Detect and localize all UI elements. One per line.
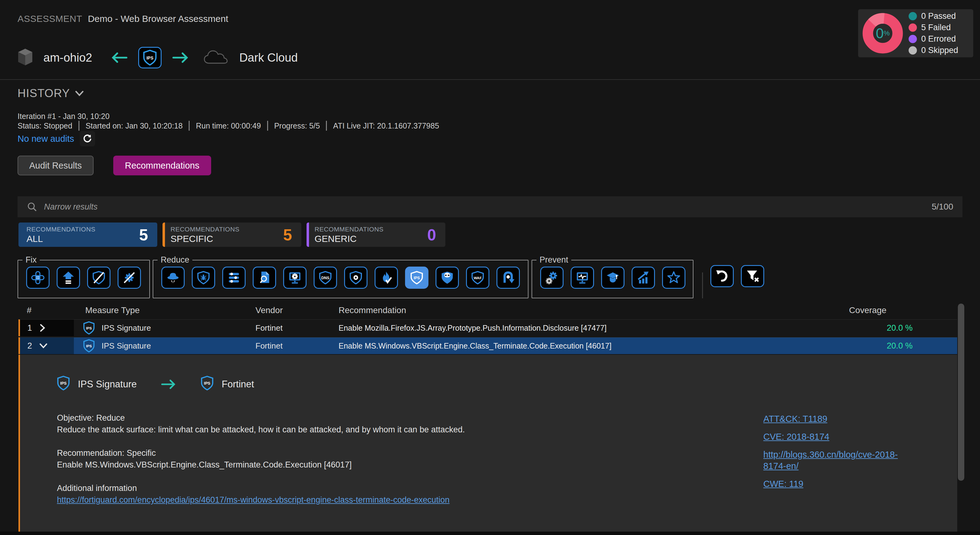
settings-sliders-filter-tile[interactable]	[222, 267, 246, 289]
search-bar[interactable]: 5/100	[18, 196, 963, 217]
bug-shield-filter-tile[interactable]	[192, 267, 215, 289]
reference-link[interactable]: CWE: 119	[763, 478, 902, 490]
bottom-strip	[0, 532, 980, 535]
svg-text:IPS: IPS	[60, 381, 67, 385]
education-icon	[606, 271, 620, 285]
started-on-value: Started on: Jan 30, 10:20:18	[86, 121, 183, 130]
gears-filter-tile[interactable]	[540, 267, 563, 289]
row-expander[interactable]: 2	[20, 337, 74, 354]
detail-header: IPS IPS Signature IPS Fortinet	[57, 376, 957, 393]
redirect-arrow-filter-tile[interactable]	[496, 267, 520, 289]
undo-icon	[715, 269, 729, 283]
spy-shield-filter-tile[interactable]	[436, 267, 459, 289]
scrollbar-thumb[interactable]	[958, 303, 964, 481]
ips-measure-badge[interactable]: IPS	[138, 47, 162, 69]
coverage-cell: 20.0 %	[800, 341, 957, 351]
column-coverage: Coverage	[800, 305, 957, 315]
server-cube-icon	[18, 48, 33, 67]
target-node-name: Dark Cloud	[239, 51, 298, 64]
audit-results-button[interactable]: Audit Results	[18, 156, 94, 176]
svg-text:WAF: WAF	[474, 276, 482, 280]
education-filter-tile[interactable]	[601, 267, 625, 289]
results-count: 5/100	[932, 202, 953, 212]
upgrade-filter-tile[interactable]	[57, 267, 80, 289]
column-recommendation: Recommendation	[337, 305, 800, 315]
recommendations-button[interactable]: Recommendations	[113, 156, 211, 176]
assessment-label: ASSESSMENT	[18, 14, 82, 24]
chevron-right-icon	[40, 324, 46, 332]
table-row[interactable]: 2IPSIPS SignatureFortinetEnable MS.Windo…	[19, 337, 957, 354]
legend-label: 0 Skipped	[921, 46, 958, 55]
assessment-page: ASSESSMENT Demo - Web Browser Assessment…	[0, 0, 980, 535]
column-vendor: Vendor	[254, 305, 337, 315]
run-time-value: Run time: 00:00:49	[196, 121, 261, 130]
shield-disabled-filter-tile[interactable]	[87, 267, 110, 289]
ips-badge-text: IPS	[146, 56, 154, 61]
patch-filter-tile[interactable]	[26, 267, 49, 289]
eye-shield-filter-tile[interactable]	[344, 267, 368, 289]
fix-filter-group: Fix	[18, 255, 150, 298]
dns-shield-filter-tile[interactable]: DNS	[313, 267, 337, 289]
row-number: 1	[27, 323, 32, 333]
row-expander[interactable]: 1	[20, 319, 74, 336]
reduce-group-legend: Reduce	[158, 255, 192, 265]
legend-label: 0 Errored	[921, 34, 956, 44]
undo-button[interactable]	[710, 265, 734, 287]
clear-filter-icon	[746, 269, 760, 283]
monitor-pulse-filter-tile[interactable]	[571, 267, 594, 289]
waf-shield-filter-tile[interactable]: WAF	[466, 267, 489, 289]
fix-group-tiles	[18, 265, 149, 289]
results-donut-chart: 0%	[862, 13, 903, 54]
service-disabled-icon	[122, 271, 136, 285]
legend-dot-icon	[908, 12, 917, 20]
iteration-status-line: Status: Stopped Started on: Jan 30, 10:2…	[18, 121, 439, 131]
legend-dot-icon	[908, 24, 917, 32]
legend-item: 0 Passed	[908, 11, 958, 21]
monitor-config-icon	[288, 271, 302, 285]
prevent-group-tiles	[532, 265, 693, 289]
search-input[interactable]	[44, 202, 925, 212]
left-arrow-icon	[110, 51, 128, 64]
star-filter-tile[interactable]	[662, 267, 686, 289]
svg-text:DNS: DNS	[321, 276, 329, 280]
ips-shield-icon: IPS	[200, 376, 213, 393]
vendor-cell: Fortinet	[254, 341, 337, 351]
reference-link[interactable]: http://blogs.360.cn/blog/cve-2018-8174-e…	[763, 449, 902, 472]
ips-shield-filter-tile[interactable]: IPS	[405, 267, 428, 289]
recommendations-generic-card[interactable]: RECOMMENDATIONS GENERIC 0	[307, 222, 445, 247]
recommendation-cell: Enable MS.Windows.VBScript.Engine.Class_…	[337, 342, 800, 350]
hacker-hat-filter-tile[interactable]	[161, 267, 185, 289]
recommendations-all-card[interactable]: RECOMMENDATIONS ALL 5	[19, 222, 157, 247]
document-scan-filter-tile[interactable]	[253, 267, 276, 289]
clear-filter-button[interactable]	[741, 265, 764, 287]
table-row[interactable]: 1IPSIPS SignatureFortinetEnable Mozilla.…	[19, 319, 957, 336]
refresh-audits-button[interactable]	[80, 131, 95, 146]
recommendations-specific-card[interactable]: RECOMMENDATIONS SPECIFIC 5	[162, 222, 301, 247]
donut-percent: 0%	[862, 13, 903, 54]
fortiguard-link[interactable]: https://fortiguard.com/encyclopedia/ips/…	[57, 495, 450, 505]
no-new-audits-link[interactable]: No new audits	[18, 134, 74, 144]
legend-label: 0 Passed	[921, 11, 956, 21]
history-section-header[interactable]: HISTORY	[18, 87, 84, 100]
recommendation-count-cards: RECOMMENDATIONS ALL 5 RECOMMENDATIONS SP…	[19, 222, 445, 247]
firewall-flame-filter-tile[interactable]	[375, 267, 398, 289]
ips-shield-icon: IPS	[57, 376, 70, 393]
progress-value: Progress: 5/5	[274, 121, 320, 130]
growth-chart-icon	[636, 271, 651, 285]
reduce-filter-group: Reduce DNSIPSWAF	[153, 255, 528, 298]
reference-link[interactable]: CVE: 2018-8174	[763, 431, 902, 442]
history-title: HISTORY	[18, 87, 70, 100]
column-measure-type: Measure Type	[74, 305, 254, 315]
results-tab-buttons: Audit Results Recommendations	[18, 156, 211, 176]
results-legend: 0 Passed5 Failed0 Errored0 Skipped	[908, 11, 958, 55]
service-disabled-filter-tile[interactable]	[118, 267, 141, 289]
reference-link[interactable]: ATT&CK: T1189	[763, 413, 902, 425]
vendor-cell: Fortinet	[254, 323, 337, 333]
cloud-icon	[203, 48, 229, 67]
star-icon	[667, 271, 681, 285]
monitor-config-filter-tile[interactable]	[283, 267, 307, 289]
growth-chart-filter-tile[interactable]	[632, 267, 655, 289]
svg-text:IPS: IPS	[204, 381, 210, 385]
measure-filter-bar: Fix Reduce DNSIPSWAF Prevent	[0, 253, 980, 302]
settings-sliders-icon	[227, 271, 241, 285]
